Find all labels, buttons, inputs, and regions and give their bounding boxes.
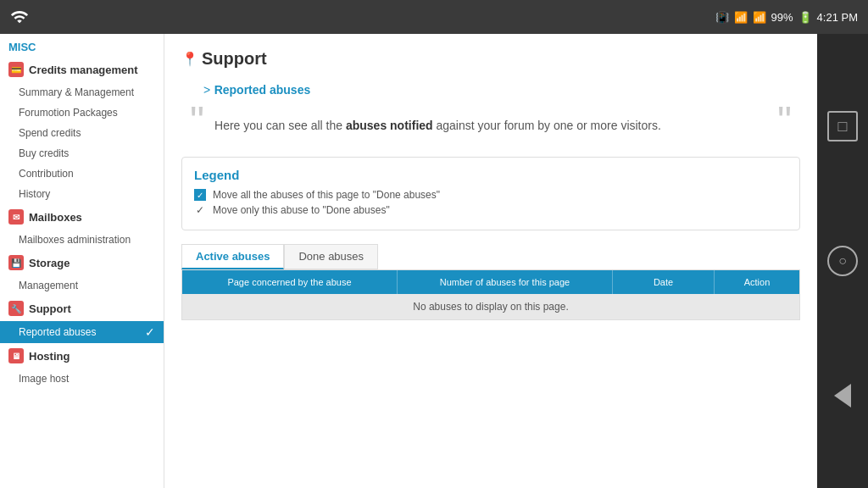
quote-text: Here you can see all the abuses notified…: [214, 119, 767, 132]
breadcrumb-sub: Reported abuses: [214, 83, 311, 97]
breadcrumb: 📍 Support: [181, 49, 800, 69]
table-empty-message: No abuses to display on this page.: [182, 294, 799, 319]
legend-item-all: ✓ Move all the abuses of this page to "D…: [194, 189, 787, 201]
col-action: Action: [715, 270, 799, 294]
tabs: Active abuses Done abuses: [181, 244, 800, 269]
quote-highlight: abuses notified: [346, 119, 433, 132]
sidebar-item-image-host[interactable]: Image host: [0, 369, 164, 389]
hosting-label: Hosting: [29, 350, 70, 363]
col-number: Number of abuses for this page: [398, 270, 613, 294]
back-button[interactable]: [827, 380, 858, 411]
legend-item-all-label: Move all the abuses of this page to "Don…: [213, 189, 440, 201]
support-icon: 🔧: [8, 301, 24, 316]
circle-button[interactable]: ○: [827, 246, 858, 276]
vibrate-icon: 📳: [715, 11, 729, 24]
sidebar: MISC 💳 Credits management Summary & Mana…: [0, 34, 164, 488]
sidebar-group-mailboxes[interactable]: ✉ Mailboxes: [0, 204, 164, 230]
sidebar-group-credits[interactable]: 💳 Credits management: [0, 57, 164, 82]
sidebar-item-reported-abuses[interactable]: Reported abuses ✓: [0, 321, 164, 343]
active-checkmark: ✓: [145, 325, 155, 339]
battery-icon: 🔋: [798, 11, 812, 24]
sidebar-item-mailboxes-admin[interactable]: Mailboxes administration: [0, 230, 164, 250]
quote-left-icon: ": [190, 101, 204, 141]
legend-box: Legend ✓ Move all the abuses of this pag…: [181, 157, 800, 230]
sidebar-group-storage[interactable]: 💾 Storage: [0, 250, 164, 275]
square-button[interactable]: □: [827, 111, 858, 141]
table-header: Page concerned by the abuse Number of ab…: [182, 270, 799, 294]
legend-checkbox-all[interactable]: ✓: [194, 189, 206, 201]
location-icon: 📍: [181, 51, 198, 67]
sidebar-item-contribution[interactable]: Contribution: [0, 164, 164, 184]
signal-icon: 📶: [753, 11, 766, 24]
abuses-table: Page concerned by the abuse Number of ab…: [181, 269, 800, 320]
sidebar-item-management[interactable]: Management: [0, 275, 164, 296]
wifi-status-icon: 📶: [734, 11, 748, 24]
col-page: Page concerned by the abuse: [182, 270, 398, 294]
time: 4:21 PM: [817, 11, 858, 24]
mailboxes-icon: ✉: [8, 209, 24, 225]
tab-done-abuses[interactable]: Done abuses: [284, 244, 378, 269]
credits-icon: 💳: [8, 62, 24, 77]
legend-title: Legend: [194, 168, 787, 182]
quote-text-after: against your forum by one or more visito…: [433, 119, 661, 132]
legend-item-one: ✓ Move only this abuse to "Done abuses": [194, 204, 787, 216]
storage-icon: 💾: [8, 255, 24, 270]
legend-item-one-label: Move only this abuse to "Done abuses": [213, 204, 390, 216]
misc-label: MISC: [0, 34, 164, 57]
main-wrapper: MISC 💳 Credits management Summary & Mana…: [0, 34, 868, 488]
back-triangle-icon: [834, 384, 851, 408]
status-bar: 📳 📶 📶 99% 🔋 4:21 PM: [0, 0, 868, 34]
sidebar-item-history[interactable]: History: [0, 184, 164, 204]
page-title: Support: [202, 49, 267, 69]
support-label: Support: [29, 302, 71, 315]
col-date: Date: [613, 270, 715, 294]
quote-right-icon: ": [777, 101, 792, 141]
mailboxes-label: Mailboxes: [29, 211, 82, 224]
hosting-icon: 🖥: [8, 348, 24, 363]
content-area: 📍 Support > Reported abuses " Here you c…: [164, 34, 817, 488]
sidebar-item-summary[interactable]: Summary & Management: [0, 82, 164, 103]
android-nav: □ ○: [817, 34, 868, 488]
quote-block: " Here you can see all the abuses notifi…: [181, 109, 800, 141]
sidebar-item-forumotion[interactable]: Forumotion Packages: [0, 103, 164, 123]
sidebar-group-hosting[interactable]: 🖥 Hosting: [0, 343, 164, 369]
tab-active-abuses[interactable]: Active abuses: [181, 244, 284, 269]
breadcrumb-arrow: >: [203, 83, 210, 97]
credits-label: Credits management: [29, 64, 138, 76]
status-bar-right: 📳 📶 📶 99% 🔋 4:21 PM: [715, 11, 858, 24]
sidebar-item-buy[interactable]: Buy credits: [0, 143, 164, 164]
wifi-icon: [10, 8, 29, 26]
sidebar-item-spend[interactable]: Spend credits: [0, 123, 164, 143]
status-bar-left: [10, 8, 29, 26]
reported-abuses-label: Reported abuses: [19, 326, 96, 338]
sidebar-group-support[interactable]: 🔧 Support: [0, 296, 164, 321]
quote-text-before: Here you can see all the: [214, 119, 346, 132]
storage-label: Storage: [29, 257, 70, 269]
legend-check-one: ✓: [194, 204, 206, 216]
battery-percent: 99%: [771, 11, 793, 24]
